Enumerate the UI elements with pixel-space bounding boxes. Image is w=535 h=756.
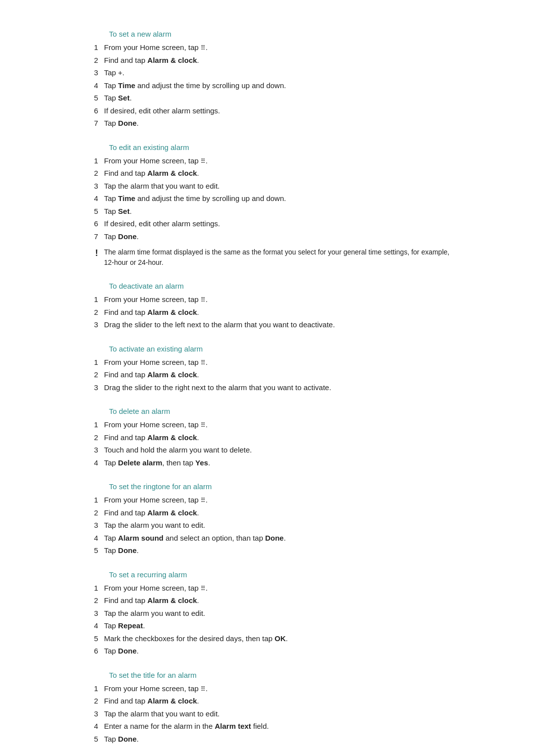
step-text: Tap Done. (104, 118, 456, 129)
step-item: 2Find and tap Alarm & clock. (79, 369, 456, 381)
step-number: 2 (79, 307, 104, 318)
apps-grid-icon: ⠿ (201, 358, 206, 368)
step-text: From your Home screen, tap ⠿. (104, 155, 456, 167)
page-content: To set a new alarm1From your Home screen… (79, 0, 456, 756)
step-item: 6Tap Done. (79, 646, 456, 657)
step-item: 2Find and tap Alarm & clock. (79, 168, 456, 179)
step-item: 2Find and tap Alarm & clock. (79, 432, 456, 444)
step-item: 5Tap Set. (79, 206, 456, 217)
apps-grid-icon: ⠿ (201, 295, 206, 305)
apps-grid-icon: ⠿ (201, 43, 206, 53)
step-number: 1 (79, 155, 104, 167)
step-text: Find and tap Alarm & clock. (104, 432, 456, 444)
step-number: 7 (79, 118, 104, 129)
step-text: Tap Alarm sound and select an option, th… (104, 533, 456, 544)
step-number: 3 (79, 708, 104, 720)
step-item: 3Tap the alarm that you want to edit. (79, 708, 456, 720)
step-number: 5 (79, 545, 104, 556)
step-number: 7 (79, 231, 104, 243)
section-set-new-alarm: To set a new alarm1From your Home screen… (79, 30, 456, 129)
step-number: 3 (79, 445, 104, 456)
step-number: 2 (79, 168, 104, 179)
step-number: 1 (79, 419, 104, 431)
steps-list-set-ringtone: 1From your Home screen, tap ⠿.2Find and … (79, 495, 456, 556)
step-text: From your Home screen, tap ⠿. (104, 583, 456, 594)
steps-list-edit-alarm: 1From your Home screen, tap ⠿.2Find and … (79, 155, 456, 243)
step-number: 3 (79, 181, 104, 192)
step-number: 6 (79, 218, 104, 230)
step-item: 5Tap Set. (79, 93, 456, 104)
step-number: 3 (79, 319, 104, 331)
step-item: 5Mark the checkboxes for the desired day… (79, 633, 456, 645)
step-text: Tap Set. (104, 206, 456, 217)
step-number: 2 (79, 595, 104, 606)
step-number: 6 (79, 105, 104, 117)
step-item: 4Tap Time and adjust the time by scrolli… (79, 193, 456, 204)
step-text: Tap Time and adjust the time by scrollin… (104, 80, 456, 92)
section-title-set-title: To set the title for an alarm (109, 671, 456, 679)
step-item: 1From your Home screen, tap ⠿. (79, 42, 456, 53)
step-item: 4Tap Time and adjust the time by scrolli… (79, 80, 456, 92)
step-item: 4Tap Repeat. (79, 620, 456, 632)
step-text: From your Home screen, tap ⠿. (104, 683, 456, 695)
step-item: 1From your Home screen, tap ⠿. (79, 495, 456, 506)
step-item: 3Tap the alarm you want to edit. (79, 608, 456, 619)
step-text: Find and tap Alarm & clock. (104, 507, 456, 519)
step-text: Touch and hold the alarm you want to del… (104, 445, 456, 456)
step-number: 4 (79, 457, 104, 469)
step-text: Find and tap Alarm & clock. (104, 369, 456, 381)
step-item: 1From your Home screen, tap ⠿. (79, 357, 456, 368)
step-text: Tap Time and adjust the time by scrollin… (104, 193, 456, 204)
step-text: Drag the slider to the right next to the… (104, 382, 456, 394)
step-text: Tap the alarm you want to edit. (104, 608, 456, 619)
section-title-edit-alarm: To edit an existing alarm (109, 143, 456, 151)
step-number: 5 (79, 734, 104, 745)
step-item: 3Drag the slider to the right next to th… (79, 382, 456, 394)
step-item: 1From your Home screen, tap ⠿. (79, 419, 456, 431)
step-text: Tap Done. (104, 734, 456, 745)
step-number: 1 (79, 683, 104, 695)
step-number: 4 (79, 620, 104, 632)
step-text: Tap the alarm you want to edit. (104, 520, 456, 531)
step-item: 7Tap Done. (79, 231, 456, 243)
step-item: 2Find and tap Alarm & clock. (79, 595, 456, 606)
step-item: 7Tap Done. (79, 118, 456, 129)
step-number: 1 (79, 495, 104, 506)
steps-list-set-title: 1From your Home screen, tap ⠿.2Find and … (79, 683, 456, 745)
step-number: 4 (79, 193, 104, 204)
step-number: 2 (79, 369, 104, 381)
step-text: Tap the alarm that you want to edit. (104, 181, 456, 192)
step-number: 2 (79, 55, 104, 66)
section-deactivate-alarm: To deactivate an alarm1From your Home sc… (79, 282, 456, 331)
section-title-set-ringtone: To set the ringtone for an alarm (109, 482, 456, 491)
step-item: 1From your Home screen, tap ⠿. (79, 683, 456, 695)
steps-list-deactivate-alarm: 1From your Home screen, tap ⠿.2Find and … (79, 294, 456, 331)
step-text: Drag the slider to the left next to the … (104, 319, 456, 331)
step-number: 1 (79, 357, 104, 368)
step-text: Tap Repeat. (104, 620, 456, 632)
step-text: Find and tap Alarm & clock. (104, 595, 456, 606)
step-item: 2Find and tap Alarm & clock. (79, 696, 456, 707)
step-number: 2 (79, 507, 104, 519)
section-title-deactivate-alarm: To deactivate an alarm (109, 282, 456, 290)
section-delete-alarm: To delete an alarm1From your Home screen… (79, 407, 456, 468)
note-text: The alarm time format displayed is the s… (104, 247, 456, 268)
apps-grid-icon: ⠿ (201, 584, 206, 594)
step-item: 6If desired, edit other alarm settings. (79, 105, 456, 117)
step-text: From your Home screen, tap ⠿. (104, 495, 456, 506)
step-item: 6If desired, edit other alarm settings. (79, 218, 456, 230)
apps-grid-icon: ⠿ (201, 420, 206, 430)
step-text: From your Home screen, tap ⠿. (104, 42, 456, 53)
steps-list-activate-alarm: 1From your Home screen, tap ⠿.2Find and … (79, 357, 456, 394)
step-item: 3Tap +. (79, 67, 456, 79)
section-title-set-recurring: To set a recurring alarm (109, 570, 456, 579)
step-number: 6 (79, 646, 104, 657)
step-number: 3 (79, 608, 104, 619)
step-item: 4Tap Alarm sound and select an option, t… (79, 533, 456, 544)
step-text: Find and tap Alarm & clock. (104, 168, 456, 179)
step-item: 1From your Home screen, tap ⠿. (79, 294, 456, 305)
step-text: If desired, edit other alarm settings. (104, 218, 456, 230)
step-item: 4Tap Delete alarm, then tap Yes. (79, 457, 456, 469)
step-text: If desired, edit other alarm settings. (104, 105, 456, 117)
steps-list-delete-alarm: 1From your Home screen, tap ⠿.2Find and … (79, 419, 456, 468)
